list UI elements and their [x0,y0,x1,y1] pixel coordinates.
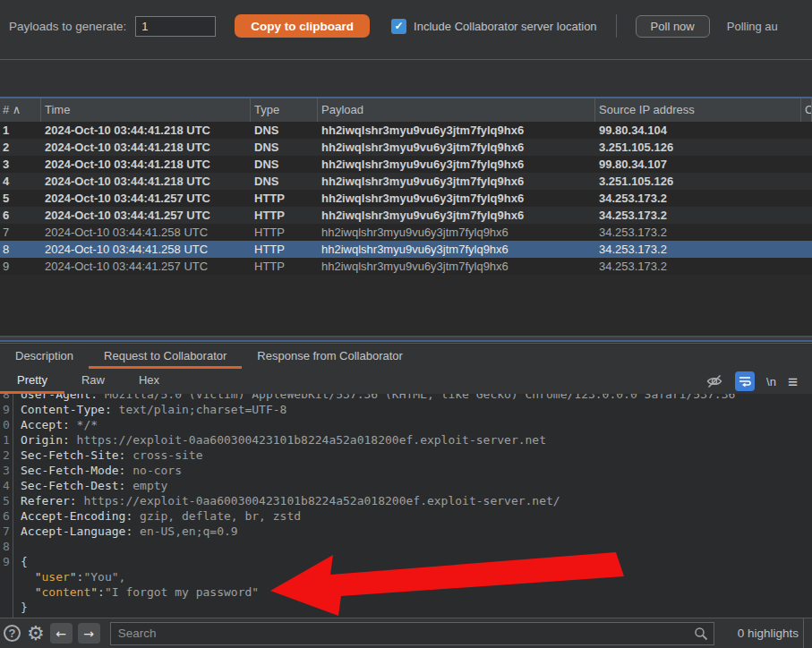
cell-payload: hh2iwqlshr3myu9vu6y3jtm7fylq9hx6 [318,173,595,190]
cell-source-ip: 34.253.173.2 [595,224,801,241]
cell-source-ip: 34.253.173.2 [595,258,801,275]
payloads-count-input[interactable] [135,16,216,37]
polling-automatically-label: Polling au [727,20,778,33]
column-header-2[interactable]: Type [251,98,318,122]
table-body: 12024-Oct-10 03:44:41.218 UTCDNShh2iwqls… [0,122,812,336]
line-number [0,600,13,615]
request-code-view[interactable]: 8User-Agent: Mozilla/5.0 (Victim) AppleW… [0,394,812,618]
cell-time: 2024-Oct-10 03:44:41.258 UTC [41,224,251,241]
line-number: 8 [0,394,13,402]
table-row[interactable]: 42024-Oct-10 03:44:41.218 UTCDNShh2iwqls… [0,173,812,190]
cell-comment [801,173,812,190]
tab-raw[interactable]: Raw [64,369,122,394]
line-content: Origin: https://exploit-0aa600300423101b… [13,432,546,448]
code-line: 6Accept-Encoding: gzip, deflate, br, zst… [0,508,812,524]
cell-number: 6 [0,207,41,224]
cell-source-ip: 3.251.105.126 [595,173,801,190]
toolbar-divider [616,14,617,38]
cell-comment [801,241,812,258]
editor-menu-icon[interactable]: ≡ [788,373,798,390]
code-line: 0Accept: */* [0,417,812,432]
next-match-button[interactable]: → [78,623,100,644]
line-number: 4 [0,478,13,493]
panel-splitter[interactable] [0,336,812,345]
cell-type: DNS [251,122,318,139]
cell-type: HTTP [251,190,318,207]
search-input[interactable] [110,622,714,645]
cell-number: 7 [0,224,41,241]
cell-payload: hh2iwqlshr3myu9vu6y3jtm7fylq9hx6 [318,139,595,156]
line-number: 7 [0,524,13,539]
search-status-bar: ? ⚙ ← → 0 highlights [0,618,812,648]
poll-now-button[interactable]: Poll now [636,15,710,38]
column-header-1[interactable]: Time [41,98,251,122]
cell-time: 2024-Oct-10 03:44:41.258 UTC [41,241,251,258]
line-content: Sec-Fetch-Site: cross-site [13,448,203,463]
line-number: 9 [0,554,13,569]
cell-number: 2 [0,139,41,156]
table-row[interactable]: 92024-Oct-10 03:44:41.257 UTCHTTPhh2iwql… [0,258,812,275]
line-number: 5 [0,493,13,508]
column-header-5[interactable]: C [801,98,812,122]
column-header-0[interactable]: # ∧ [0,98,41,122]
search-field-wrap [110,622,714,645]
include-server-location-checkbox-row[interactable]: ✓ Include Collaborator server location [391,19,597,34]
cell-payload: hh2iwqlshr3myu9vu6y3jtm7fylq9hx6 [318,241,595,258]
tab-response-from-collaborator[interactable]: Response from Collaborator [242,345,418,369]
statusbar-edge-divider [803,618,804,648]
table-row[interactable]: 62024-Oct-10 03:44:41.257 UTCHTTPhh2iwql… [0,207,812,224]
line-number: 2 [0,448,13,463]
line-content: Sec-Fetch-Dest: empty [13,478,167,493]
column-header-4[interactable]: Source IP address [595,98,801,122]
cell-type: HTTP [251,258,318,275]
highlights-count-label: 0 highlights [738,627,799,640]
cell-type: DNS [251,139,318,156]
tab-description[interactable]: Description [0,345,89,369]
table-row[interactable]: 32024-Oct-10 03:44:41.218 UTCDNShh2iwqls… [0,156,812,173]
line-content: Content-Type: text/plain;charset=UTF-8 [13,402,286,417]
settings-gear-icon[interactable]: ⚙ [27,624,45,644]
code-line: 8 [0,539,812,554]
cell-time: 2024-Oct-10 03:44:41.218 UTC [41,173,251,190]
line-content: } [13,600,28,615]
table-row[interactable]: 22024-Oct-10 03:44:41.218 UTCDNShh2iwqls… [0,139,812,156]
search-icon [694,627,708,641]
cell-time: 2024-Oct-10 03:44:41.218 UTC [41,139,251,156]
line-content: "user":"You", [13,569,125,584]
table-row[interactable]: 52024-Oct-10 03:44:41.257 UTCHTTPhh2iwql… [0,190,812,207]
cell-comment [801,122,812,139]
cell-payload: hh2iwqlshr3myu9vu6y3jtm7fylq9hx6 [318,190,595,207]
cell-payload: hh2iwqlshr3myu9vu6y3jtm7fylq9hx6 [318,224,595,241]
word-wrap-icon[interactable] [735,371,755,391]
line-number [0,569,13,584]
line-number: 6 [0,508,13,524]
copy-to-clipboard-button[interactable]: Copy to clipboard [235,14,370,38]
code-line: 3Sec-Fetch-Mode: no-cors [0,463,812,478]
table-row[interactable]: 82024-Oct-10 03:44:41.258 UTCHTTPhh2iwql… [0,241,812,258]
line-content: User-Agent: Mozilla/5.0 (Victim) AppleWe… [13,394,735,402]
help-icon[interactable]: ? [4,625,21,642]
checkbox-checked-icon[interactable]: ✓ [391,19,406,34]
show-newlines-icon[interactable]: \n [766,375,776,388]
code-line: "content":"I forgot my password" [0,584,812,600]
cell-comment [801,156,812,173]
code-line: 7Accept-Language: en-US,en;q=0.9 [0,524,812,539]
cell-comment [801,224,812,241]
tab-hex[interactable]: Hex [122,369,176,394]
cell-payload: hh2iwqlshr3myu9vu6y3jtm7fylq9hx6 [318,122,595,139]
code-line: } [0,600,812,615]
line-number: 0 [0,417,13,432]
hide-nonprintable-eye-slash-icon[interactable] [705,372,723,390]
cell-type: DNS [251,156,318,173]
previous-match-button[interactable]: ← [50,623,73,644]
line-content: Referer: https://exploit-0aa600300423101… [13,493,560,508]
code-line: 4Sec-Fetch-Dest: empty [0,478,812,493]
tab-pretty[interactable]: Pretty [0,369,64,394]
tab-request-to-collaborator[interactable]: Request to Collaborator [89,345,242,369]
table-row[interactable]: 12024-Oct-10 03:44:41.218 UTCDNShh2iwqls… [0,122,812,139]
cell-payload: hh2iwqlshr3myu9vu6y3jtm7fylq9hx6 [318,207,595,224]
line-number: 9 [0,402,13,417]
table-row[interactable]: 72024-Oct-10 03:44:41.258 UTCHTTPhh2iwql… [0,224,812,241]
column-header-3[interactable]: Payload [318,98,595,122]
cell-time: 2024-Oct-10 03:44:41.257 UTC [41,207,251,224]
